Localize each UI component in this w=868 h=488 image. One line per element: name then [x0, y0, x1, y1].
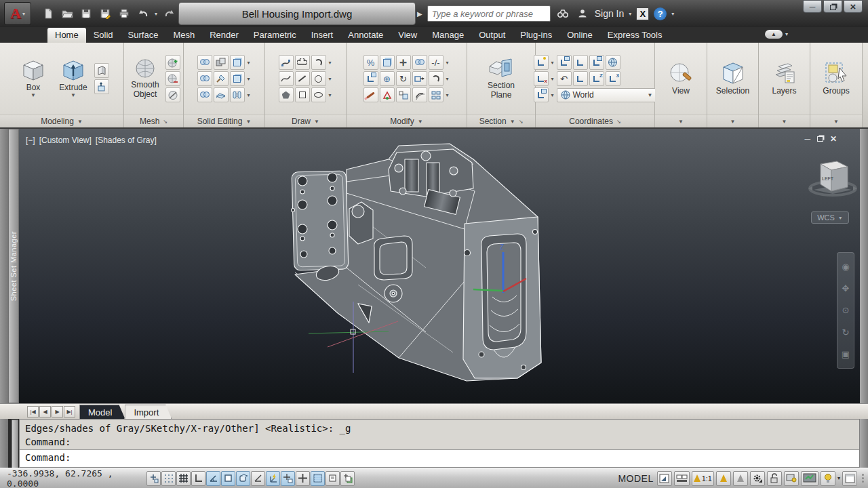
tab-manage[interactable]: Manage: [425, 28, 471, 43]
search-input[interactable]: [427, 5, 551, 22]
stretch-button[interactable]: [412, 71, 427, 86]
panel-label-coordinates[interactable]: Coordinates ↘: [536, 115, 654, 127]
infer-constraints-toggle[interactable]: [146, 471, 161, 486]
tab-output[interactable]: Output: [471, 28, 513, 43]
clean-screen-button[interactable]: [842, 471, 857, 486]
draw-arc-dropdown-icon[interactable]: ▾: [328, 60, 333, 66]
draw-ellipse-dropdown-icon[interactable]: ▾: [328, 92, 333, 98]
snap-mode-toggle[interactable]: [161, 471, 176, 486]
ucs-view-button[interactable]: [534, 87, 549, 102]
section-plane-button[interactable]: Section Plane: [477, 57, 525, 100]
sheet-set-manager-palette[interactable]: Sheet Set Manager: [8, 129, 19, 403]
dynamic-ucs-toggle[interactable]: [266, 471, 280, 486]
extract-edges-button[interactable]: [230, 71, 245, 86]
tab-home[interactable]: Home: [47, 28, 86, 43]
panel-label-modeling[interactable]: Modeling ▼: [0, 115, 123, 127]
solid-history-button[interactable]: %: [363, 55, 378, 70]
polysolid-button[interactable]: [94, 63, 109, 78]
grid-display-toggle[interactable]: [176, 471, 191, 486]
ucs-world-button[interactable]: [606, 55, 620, 70]
tab-insert[interactable]: Insert: [304, 28, 341, 43]
tab-parametric[interactable]: Parametric: [246, 28, 304, 43]
tab-solid[interactable]: Solid: [86, 28, 121, 43]
ucs-world-dropdown-icon[interactable]: ▼: [648, 92, 653, 98]
panel-label-view[interactable]: ▼: [655, 115, 707, 127]
command-window-grip[interactable]: [12, 420, 18, 468]
move-button[interactable]: ✛: [396, 55, 411, 70]
ortho-mode-toggle[interactable]: [191, 471, 205, 486]
panel-label-modify[interactable]: Modify ▼: [347, 115, 467, 127]
tab-plugins[interactable]: Plug-ins: [513, 28, 559, 43]
doc-minimize-button[interactable]: ─: [804, 134, 810, 144]
isolate-lightbulb-button[interactable]: [821, 471, 835, 486]
modify-row2-dropdown-icon[interactable]: ▾: [445, 76, 450, 82]
doc-restore-button[interactable]: [817, 136, 823, 142]
previous-layout-button[interactable]: ◀: [39, 406, 51, 418]
sign-in-button[interactable]: Sign In: [595, 8, 625, 19]
minimize-button[interactable]: ─: [803, 0, 822, 13]
ucs-origin-button[interactable]: [573, 71, 588, 86]
box-button[interactable]: Box ▼: [14, 59, 52, 99]
ucs-face-button[interactable]: [589, 55, 604, 70]
undo-dropdown-icon[interactable]: ▾: [155, 11, 157, 17]
restore-button[interactable]: [823, 0, 842, 13]
hardware-acceleration-button[interactable]: [784, 471, 799, 486]
new-drawing-button[interactable]: [41, 6, 56, 21]
3d-object-snap-toggle[interactable]: [236, 471, 250, 486]
show-transparency-toggle[interactable]: [311, 471, 325, 486]
tab-annotate[interactable]: Annotate: [340, 28, 391, 43]
ucs-named-dropdown-icon[interactable]: ▾: [550, 60, 555, 66]
close-button[interactable]: ×: [844, 0, 863, 13]
3d-align-button[interactable]: [380, 55, 395, 70]
tab-online[interactable]: Online: [559, 28, 600, 43]
help-dropdown-icon[interactable]: ▾: [671, 11, 674, 17]
application-menu-button[interactable]: A ▾: [4, 2, 31, 25]
infocenter-expand-icon[interactable]: ▶: [417, 10, 422, 18]
separate-button[interactable]: [230, 87, 245, 102]
rotate-button[interactable]: ↻: [396, 71, 411, 86]
redo-button[interactable]: [161, 6, 176, 21]
ucs-icon-properties-button[interactable]: [557, 55, 572, 70]
plot-button[interactable]: [117, 6, 132, 21]
view-button[interactable]: View: [662, 61, 700, 96]
tab-import[interactable]: Import: [125, 405, 172, 419]
last-layout-button[interactable]: ▶|: [64, 406, 75, 418]
panel-label-layers[interactable]: ▼: [759, 115, 810, 127]
wcs-dropdown[interactable]: WCS ▼: [811, 211, 849, 224]
extrude-button[interactable]: Extrude ▼: [54, 59, 92, 99]
solid-row1-dropdown-icon[interactable]: ▾: [246, 60, 252, 66]
resize-grip[interactable]: [862, 474, 864, 483]
offset-button[interactable]: [412, 87, 427, 102]
ribbon-minimize-button[interactable]: ▲: [765, 30, 783, 39]
fillet-edge-button[interactable]: [214, 71, 229, 86]
mesh-dialog-launcher-icon[interactable]: ↘: [163, 119, 167, 125]
model-space-button[interactable]: MODEL: [618, 473, 653, 484]
search-icon[interactable]: [555, 6, 570, 21]
box-dropdown-icon[interactable]: ▼: [31, 92, 36, 98]
subtract-button[interactable]: [214, 55, 229, 70]
modify-row1-dropdown-icon[interactable]: ▾: [445, 60, 450, 66]
mesh-refine-button[interactable]: [165, 55, 180, 70]
viewport-view-control[interactable]: [Custom View]: [39, 136, 92, 145]
fillet-button[interactable]: [429, 71, 443, 86]
orbit-icon[interactable]: ↻: [842, 327, 850, 338]
mesh-smooth-less-button[interactable]: [165, 71, 180, 86]
copy-button[interactable]: [412, 55, 427, 70]
ucs-3point-button[interactable]: [606, 71, 620, 86]
doc-close-button[interactable]: ✕: [830, 134, 837, 144]
ucs-z-axis-button[interactable]: [589, 71, 604, 86]
tab-surface[interactable]: Surface: [121, 28, 166, 43]
array-button[interactable]: [429, 87, 443, 102]
sign-in-dropdown-icon[interactable]: ▾: [629, 11, 631, 17]
ribbon-minimize-dropdown-icon[interactable]: ▾: [785, 31, 788, 37]
circle-button[interactable]: [311, 71, 326, 86]
rectangle-button[interactable]: [295, 87, 310, 102]
help-icon[interactable]: ?: [654, 7, 667, 20]
tab-render[interactable]: Render: [202, 28, 246, 43]
line-button[interactable]: [295, 71, 310, 86]
isolate-objects-button[interactable]: [801, 471, 818, 486]
tab-view[interactable]: View: [391, 28, 425, 43]
coordinates-dialog-launcher-icon[interactable]: ↘: [616, 119, 621, 125]
toolbar-lock-button[interactable]: [767, 471, 782, 486]
offset-face-button[interactable]: [214, 87, 229, 102]
